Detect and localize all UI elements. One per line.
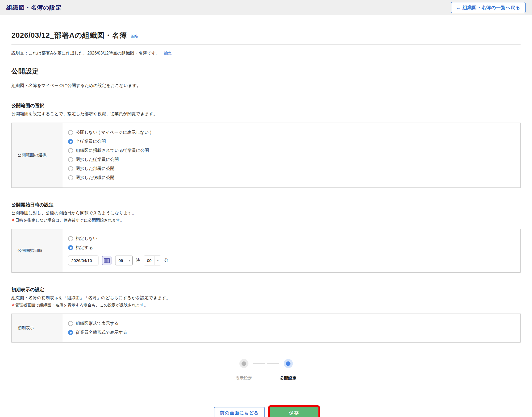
- radio-selected-icon[interactable]: [68, 139, 73, 144]
- radio-option-label: 指定しない: [76, 236, 97, 241]
- initial-view-setting-table: 初期表示 組織図形式で表示する従業員名簿形式で表示する: [11, 314, 521, 343]
- step-dot-halo: [284, 359, 293, 368]
- previous-screen-button[interactable]: 前の画面にもどる: [214, 407, 265, 417]
- note-text: 日時を指定しない場合は、保存後すぐに公開開始されます。: [15, 218, 124, 222]
- step-dot-halo: [239, 359, 248, 368]
- radio-unselected-icon[interactable]: [68, 321, 73, 326]
- radio-option[interactable]: 指定する: [68, 245, 515, 251]
- footer-divider: [0, 397, 532, 397]
- description-text: 説明文：これは部署Aを基に作成した、2026/03/12時点の組織図・名簿です。: [11, 51, 160, 55]
- start-datetime-radio-group: 指定しない指定する: [68, 236, 515, 251]
- chevron-down-icon: ▼: [157, 259, 159, 262]
- note-asterisk: ※: [11, 303, 15, 307]
- start-datetime-heading: 公開開始日時の設定: [11, 202, 521, 208]
- radio-unselected-icon[interactable]: [68, 130, 73, 135]
- publish-settings-lead: 組織図・名簿をマイページに公開するための設定をおこないます。: [11, 83, 521, 89]
- radio-option[interactable]: 従業員名簿形式で表示する: [68, 330, 515, 335]
- initial-view-description: 組織図・名簿の初期表示を「組織図」「名簿」のどちらにするかを設定できます。: [11, 295, 521, 301]
- radio-unselected-icon[interactable]: [68, 166, 73, 171]
- radio-selected-icon[interactable]: [68, 330, 73, 335]
- start-date-input[interactable]: [68, 256, 98, 265]
- publish-settings-heading: 公開設定: [11, 67, 521, 76]
- step-publish-settings: 公開設定: [276, 359, 301, 381]
- top-bar: 組織図・名簿の設定 ← 組織図・名簿の一覧へ戻る: [0, 0, 532, 15]
- hour-unit-label: 時: [136, 258, 140, 263]
- progress-stepper: 表示設定 公開設定: [11, 359, 521, 381]
- hour-select[interactable]: 09 ▼: [115, 256, 133, 265]
- minute-select-arrow-box[interactable]: ▼: [155, 256, 161, 265]
- start-datetime-row-label: 公開開始日時: [12, 229, 63, 272]
- footer-actions: 前の画面にもどる 保存: [0, 407, 532, 417]
- radio-option-label: 選択した従業員に公開: [76, 157, 119, 162]
- main-content: 2026/03/12_部署Aの組織図・名簿 編集 説明文：これは部署Aを基に作成…: [0, 31, 532, 381]
- calendar-icon: [104, 258, 110, 263]
- step-dot-icon: [242, 361, 246, 366]
- radio-option-label: 組織図に掲載されている従業員に公開: [76, 148, 149, 153]
- initial-view-row-label: 初期表示: [12, 314, 63, 342]
- radio-option-label: 組織図形式で表示する: [76, 321, 119, 326]
- radio-unselected-icon[interactable]: [68, 157, 73, 162]
- step-label: 表示設定: [236, 376, 252, 381]
- radio-unselected-icon[interactable]: [68, 175, 73, 180]
- minute-unit-label: 分: [164, 258, 168, 263]
- radio-unselected-icon[interactable]: [68, 148, 73, 153]
- chevron-down-icon: ▼: [128, 259, 131, 262]
- hour-value: 09: [115, 258, 126, 263]
- initial-view-radio-group: 組織図形式で表示する従業員名簿形式で表示する: [63, 314, 520, 342]
- note-asterisk: ※: [11, 218, 15, 222]
- calendar-button[interactable]: [102, 256, 111, 265]
- radio-option[interactable]: 公開しない ( マイページに表示しない ): [68, 130, 515, 135]
- radio-option[interactable]: 組織図に掲載されている従業員に公開: [68, 148, 515, 153]
- edit-title-link[interactable]: 編集: [131, 34, 139, 39]
- radio-option[interactable]: 選択した従業員に公開: [68, 157, 515, 162]
- scope-setting-table: 公開範囲の選択 公開しない ( マイページに表示しない )全従業員に公開組織図に…: [11, 123, 521, 188]
- radio-option[interactable]: 組織図形式で表示する: [68, 321, 515, 326]
- start-datetime-note: ※日時を指定しない場合は、保存後すぐに公開開始されます。: [11, 218, 521, 223]
- scope-heading: 公開範囲の選択: [11, 102, 521, 109]
- page-title-row: 2026/03/12_部署Aの組織図・名簿 編集: [11, 31, 521, 40]
- radio-option-label: 公開しない ( マイページに表示しない ): [76, 130, 151, 135]
- save-button[interactable]: 保存: [270, 407, 318, 417]
- radio-option[interactable]: 選択した役職に公開: [68, 175, 515, 181]
- radio-unselected-icon[interactable]: [68, 236, 73, 241]
- initial-view-note: ※管理者画面で組織図・名簿を表示する場合も、この設定が反映されます。: [11, 303, 521, 308]
- start-datetime-setting-table: 公開開始日時 指定しない指定する 09 ▼ 時 00 ▼ 分: [11, 229, 521, 273]
- step-dot-icon: [286, 361, 290, 366]
- title-divider: [11, 44, 521, 45]
- start-datetime-description: 公開範囲に対し、公開の開始日から閲覧できるようになります。: [11, 210, 521, 216]
- radio-option-label: 全従業員に公開: [76, 139, 106, 144]
- radio-option[interactable]: 指定しない: [68, 236, 515, 241]
- scope-radio-group: 公開しない ( マイページに表示しない )全従業員に公開組織図に掲載されている従…: [63, 123, 520, 187]
- description-row: 説明文：これは部署Aを基に作成した、2026/03/12時点の組織図・名簿です。…: [11, 51, 521, 56]
- radio-option-label: 指定する: [76, 245, 93, 251]
- page-title: 2026/03/12_部署Aの組織図・名簿: [11, 31, 127, 40]
- radio-option-label: 選択した役職に公開: [76, 175, 114, 181]
- scope-description: 公開範囲を設定することで、指定した部署や役職、従業員が閲覧できます。: [11, 111, 521, 117]
- minute-value: 00: [144, 258, 155, 263]
- radio-option[interactable]: 全従業員に公開: [68, 139, 515, 144]
- app-title: 組織図・名簿の設定: [6, 4, 62, 12]
- radio-option-label: 従業員名簿形式で表示する: [76, 330, 127, 335]
- radio-option[interactable]: 選択した部署に公開: [68, 166, 515, 172]
- radio-option-label: 選択した部署に公開: [76, 166, 114, 172]
- note-text: 管理者画面で組織図・名簿を表示する場合も、この設定が反映されます。: [15, 303, 148, 307]
- initial-view-heading: 初期表示の設定: [11, 286, 521, 293]
- radio-selected-icon[interactable]: [68, 245, 73, 250]
- minute-select[interactable]: 00 ▼: [144, 256, 161, 265]
- step-label: 公開設定: [280, 376, 297, 381]
- datetime-picker-row: 09 ▼ 時 00 ▼ 分: [68, 256, 515, 265]
- back-to-list-button[interactable]: ← 組織図・名簿の一覧へ戻る: [451, 2, 526, 13]
- scope-row-label: 公開範囲の選択: [12, 123, 63, 187]
- hour-select-arrow-box[interactable]: ▼: [126, 256, 132, 265]
- edit-description-link[interactable]: 編集: [164, 51, 172, 55]
